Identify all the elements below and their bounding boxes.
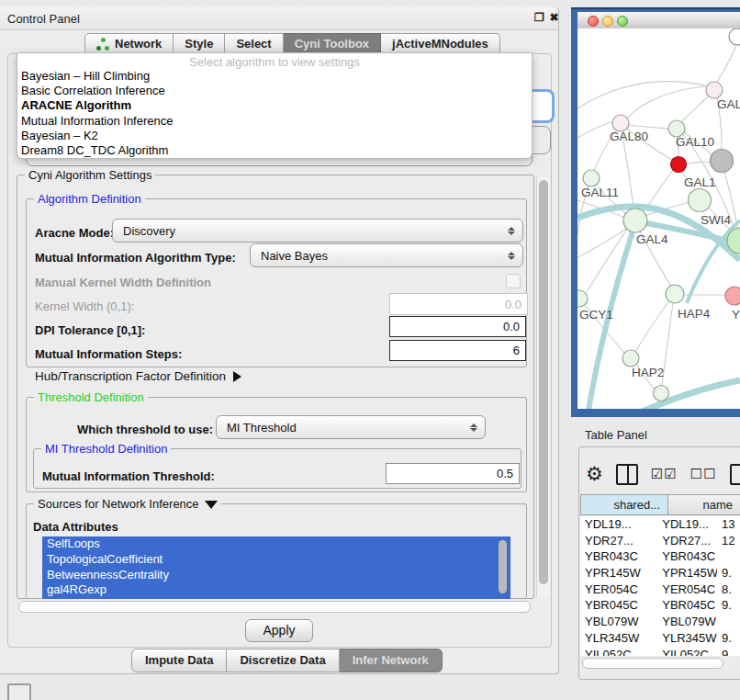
network-edge: [628, 86, 707, 118]
aracne-mode-select[interactable]: Discovery: [112, 219, 523, 243]
data-attributes-list[interactable]: SelfLoopsTopologicalCoefficientBetweenne…: [42, 536, 510, 599]
table-row[interactable]: YIL052CYIL052C9: [580, 647, 740, 657]
tab-infer-network[interactable]: Infer Network: [340, 649, 443, 672]
data-attribute-item[interactable]: SelfLoops: [42, 536, 510, 552]
table-row[interactable]: YLR345WYLR345W9.: [580, 630, 740, 647]
control-panel-title: Control Panel: [7, 12, 80, 26]
network-node[interactable]: [729, 28, 740, 45]
network-node-label: GAL80: [610, 130, 648, 143]
table-toolbar: ⚙ ☑☑ ☐☐: [586, 461, 740, 487]
mi-type-value: Naive Bayes: [251, 249, 504, 263]
mi-threshold-group-title: MI Threshold Definition: [41, 442, 171, 456]
hub-definition-toggle[interactable]: Hub/Transcription Factor Definition: [35, 369, 241, 383]
settings-hscrollbar-thumb[interactable]: [18, 601, 531, 613]
mi-threshold-label: Mutual Information Threshold:: [42, 469, 215, 483]
table-cell: YLR345W: [657, 630, 717, 647]
table-cell: YIL052C: [657, 647, 717, 657]
network-node-label: GCY1: [579, 308, 613, 322]
tab-impute-data[interactable]: Impute Data: [131, 649, 227, 672]
attr-list-vscrollbar[interactable]: [499, 538, 508, 597]
network-node[interactable]: [666, 285, 684, 303]
settings-vscrollbar[interactable]: [536, 176, 550, 597]
algorithm-dropdown-item[interactable]: Basic Correlation Inference: [17, 84, 532, 98]
kernel-width-field[interactable]: 0.0: [389, 293, 528, 315]
network-node[interactable]: [711, 150, 734, 173]
network-node[interactable]: [725, 287, 740, 305]
close-window-icon[interactable]: ✖: [547, 11, 561, 25]
algorithm-dropdown-item[interactable]: Mutual Information Inference: [17, 114, 532, 129]
manual-kernel-label: Manual Kernel Width Definition: [35, 276, 211, 289]
network-node[interactable]: [583, 170, 600, 186]
network-edge: [577, 121, 613, 138]
gear-icon[interactable]: ⚙: [586, 463, 603, 485]
aracne-mode-value: Discovery: [113, 224, 504, 238]
network-node[interactable]: [689, 189, 712, 212]
table-header-cell[interactable]: name: [668, 494, 740, 515]
table-row[interactable]: YER054CYER054C8.: [580, 581, 740, 598]
table-header-row: shared...name: [580, 494, 740, 515]
which-threshold-select[interactable]: MI Threshold: [216, 415, 486, 439]
network-node[interactable]: [623, 209, 647, 232]
network-node[interactable]: [706, 82, 723, 98]
close-traffic-light-icon[interactable]: [588, 16, 599, 27]
deselect-all-checkboxes-icon[interactable]: ☐☐: [690, 466, 717, 482]
settings-vscrollbar-thumb[interactable]: [539, 180, 548, 584]
table-cell: YDR27...: [580, 533, 657, 549]
data-attribute-item[interactable]: gal4RGexp: [42, 582, 510, 598]
algorithm-dropdown-item[interactable]: ARACNE Algorithm: [17, 98, 532, 113]
network-edge: [577, 229, 626, 257]
mi-type-label: Mutual Information Algorithm Type:: [35, 251, 236, 265]
algorithm-dropdown: Select algorithm to view settings Bayesi…: [17, 52, 533, 159]
network-canvas[interactable]: GALGAL80GAL10GAL1GAL11GAL4SWI4GCY1HAP4YH…: [577, 28, 740, 409]
settings-hscrollbar[interactable]: [17, 600, 534, 614]
minimize-traffic-light-icon[interactable]: [602, 16, 613, 27]
table-hscrollbar-thumb[interactable]: [582, 658, 723, 669]
algorithm-dropdown-item[interactable]: Bayesian – K2: [17, 129, 532, 143]
table-header-cell[interactable]: shared...: [580, 494, 668, 515]
dpi-tolerance-value: 0.0: [503, 320, 520, 333]
network-node-label: SWI4: [701, 213, 731, 227]
table-rows: YDL19...YDL19...13YDR27...YDR27...12YBR0…: [580, 516, 740, 656]
table-cell: YDR27...: [657, 533, 717, 549]
table-row[interactable]: YDR27...YDR27...12: [580, 533, 740, 549]
mi-threshold-field[interactable]: 0.5: [386, 463, 520, 484]
table-row[interactable]: YBR045CYBR045C9.: [580, 597, 740, 614]
mi-steps-field[interactable]: 6: [389, 340, 526, 361]
kernel-width-label: Kernel Width (0,1):: [35, 299, 134, 313]
table-cell: 8.: [717, 581, 740, 598]
table-row[interactable]: YBL079WYBL079W: [580, 614, 740, 630]
table-row[interactable]: YDL19...YDL19...13: [580, 516, 740, 533]
mi-type-select[interactable]: Naive Bayes: [250, 243, 523, 267]
network-edge-highlighted: [633, 380, 740, 409]
dpi-tolerance-field[interactable]: 0.0: [389, 316, 526, 337]
apply-button[interactable]: Apply: [245, 619, 313, 642]
data-attribute-item[interactable]: BetweennessCentrality: [42, 568, 510, 583]
algorithm-dropdown-item[interactable]: Bayesian – Hill Climbing: [17, 69, 532, 84]
tab-discretize-data[interactable]: Discretize Data: [227, 649, 339, 672]
tab-impute-data-label: Impute Data: [145, 653, 213, 667]
manual-kernel-checkbox[interactable]: [506, 274, 521, 288]
network-node-label: GAL4: [636, 232, 668, 246]
table-cell: YBR045C: [657, 597, 717, 614]
algorithm-dropdown-item[interactable]: Dream8 DC_TDC Algorithm: [17, 143, 532, 158]
columns-icon[interactable]: [616, 464, 638, 485]
new-table-icon[interactable]: [730, 464, 740, 485]
network-node[interactable]: [622, 350, 639, 367]
network-node[interactable]: [671, 157, 687, 173]
float-window-icon[interactable]: ❐: [533, 11, 546, 25]
table-row[interactable]: YBR043CYBR043C: [580, 548, 740, 565]
table-cell: YBL079W: [657, 614, 717, 630]
minimized-panel-icon[interactable]: [7, 683, 31, 700]
combo-arrows-icon: [466, 423, 481, 432]
combo-arrows-icon: [504, 227, 519, 235]
network-edge: [717, 43, 737, 82]
data-attributes-label: Data Attributes: [33, 520, 118, 534]
network-node[interactable]: [577, 290, 588, 307]
select-all-checkboxes-icon[interactable]: ☑☑: [651, 466, 678, 482]
sources-group-title[interactable]: Sources for Network Inference: [34, 497, 221, 511]
table-hscrollbar[interactable]: [580, 656, 738, 669]
data-attribute-item[interactable]: TopologicalCoefficient: [42, 552, 510, 568]
table-row[interactable]: YPR145WYPR145W9.: [580, 565, 740, 581]
network-node[interactable]: [654, 386, 669, 401]
zoom-traffic-light-icon[interactable]: [617, 16, 628, 27]
